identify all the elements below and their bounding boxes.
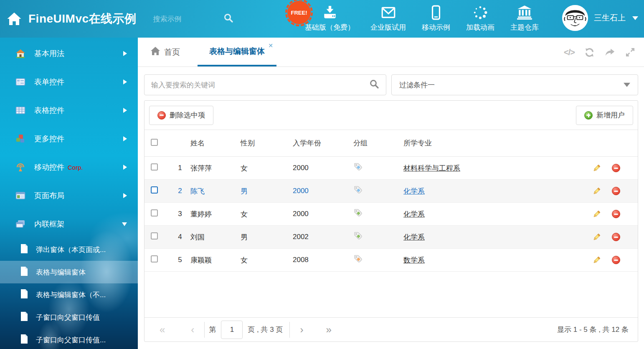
next-page-button[interactable]: › bbox=[294, 325, 309, 335]
sidebar-subitem-popup-window[interactable]: 弹出窗体（本页面或... bbox=[0, 238, 138, 261]
app-window: FineUIMvc在线示例 搜索示例 FREE! 基础版（免费） 企业版试用 bbox=[0, 0, 644, 349]
home-icon bbox=[150, 46, 160, 58]
nav-theme-store[interactable]: 主题仓库 bbox=[510, 4, 539, 32]
download-icon bbox=[322, 4, 338, 20]
home-icon[interactable] bbox=[7, 12, 22, 26]
pagination-bar: « ‹ 第 1 页 , 共 3 页 › » 显示 1 - 5 条 , 共 12 … bbox=[145, 317, 638, 341]
edit-icon[interactable] bbox=[592, 164, 601, 173]
sidebar-item-grid-controls[interactable]: 表格控件 bbox=[0, 96, 138, 125]
header-search[interactable]: 搜索示例 bbox=[153, 13, 233, 25]
delete-icon[interactable] bbox=[612, 164, 620, 172]
sidebar-subitem-child-to-parent[interactable]: 子窗口向父窗口传值 bbox=[0, 306, 138, 329]
cell-year: 2000 bbox=[293, 164, 353, 172]
sidebar-item-basic-usage[interactable]: 基本用法 bbox=[0, 39, 138, 68]
chevron-right-icon bbox=[123, 165, 127, 170]
form-icon bbox=[15, 77, 26, 87]
nav-mobile-examples[interactable]: 移动示例 bbox=[422, 4, 450, 32]
major-link[interactable]: 化学系 bbox=[403, 210, 425, 218]
app-header: FineUIMvc在线示例 搜索示例 FREE! 基础版（免费） 企业版试用 bbox=[0, 0, 644, 38]
table-icon bbox=[15, 105, 26, 115]
header-nav: 基础版（免费） 企业版试用 移动示例 加载动画 bbox=[305, 4, 539, 32]
select-all-checkbox[interactable] bbox=[151, 139, 158, 146]
row-checkbox[interactable] bbox=[151, 163, 158, 171]
column-header-group[interactable]: 分组 bbox=[353, 138, 403, 148]
row-checkbox[interactable] bbox=[151, 209, 158, 217]
add-user-button[interactable]: 新增用户 bbox=[576, 106, 633, 125]
nav-loading-animations[interactable]: 加载动画 bbox=[466, 4, 494, 32]
row-checkbox[interactable] bbox=[151, 232, 158, 239]
chevron-right-icon bbox=[123, 51, 127, 56]
delete-selected-button[interactable]: 删除选中项 bbox=[149, 106, 213, 125]
tag-icon bbox=[353, 254, 403, 266]
edit-icon[interactable] bbox=[592, 256, 601, 265]
prev-page-button[interactable]: ‹ bbox=[185, 325, 200, 335]
close-icon[interactable]: ✕ bbox=[268, 42, 273, 49]
table-row[interactable]: 1 张萍萍 女 2000 材料科学与工程系 bbox=[145, 157, 638, 180]
major-link[interactable]: 数学系 bbox=[403, 256, 425, 264]
sidebar-subitem-child-to-parent-2[interactable]: 子窗口向父窗口传值... bbox=[0, 329, 138, 349]
sidebar-subitem-grid-edit-window[interactable]: 表格与编辑窗体 bbox=[0, 261, 138, 283]
tag-icon bbox=[353, 162, 403, 174]
cell-name: 刘国 bbox=[190, 232, 241, 242]
row-number: 4 bbox=[170, 233, 190, 241]
edit-icon[interactable] bbox=[592, 210, 601, 219]
bank-icon bbox=[516, 4, 533, 20]
chevron-right-icon bbox=[123, 79, 127, 84]
column-header-major[interactable]: 所学专业 bbox=[403, 138, 583, 148]
major-link[interactable]: 材料科学与工程系 bbox=[403, 164, 460, 172]
sidebar-subitem-grid-edit-window-2[interactable]: 表格与编辑窗体（不... bbox=[0, 283, 138, 306]
column-header-name[interactable]: 姓名 bbox=[190, 138, 241, 148]
first-page-button[interactable]: « bbox=[154, 325, 171, 335]
major-link[interactable]: 化学系 bbox=[403, 233, 425, 241]
sidebar-item-more-controls[interactable]: 更多控件 bbox=[0, 125, 138, 153]
tab-grid-edit-window[interactable]: 表格与编辑窗体 ✕ bbox=[198, 38, 276, 66]
expand-icon[interactable] bbox=[625, 47, 636, 58]
nav-enterprise-trial[interactable]: 企业版试用 bbox=[370, 4, 406, 32]
page-number-input[interactable]: 1 bbox=[221, 321, 243, 339]
source-code-icon[interactable]: </> bbox=[564, 48, 575, 57]
main-content: 首页 表格与编辑窗体 ✕ </> 输入要搜索的关键词 bbox=[138, 38, 644, 349]
chevron-down-icon bbox=[122, 222, 127, 226]
cell-name: 张萍萍 bbox=[190, 163, 241, 173]
search-icon[interactable] bbox=[369, 79, 379, 91]
row-checkbox[interactable] bbox=[151, 186, 158, 194]
sidebar-item-page-layout[interactable]: 页面布局 bbox=[0, 181, 138, 210]
cell-gender: 女 bbox=[241, 209, 293, 219]
filter-dropdown[interactable]: 过滤条件一 bbox=[391, 74, 638, 95]
file-icon bbox=[20, 244, 28, 255]
edit-icon[interactable] bbox=[592, 233, 601, 242]
delete-icon[interactable] bbox=[612, 256, 620, 264]
sidebar-item-iframe[interactable]: 内联框架 bbox=[0, 210, 138, 238]
search-icon[interactable] bbox=[223, 13, 233, 25]
sidebar-item-form-controls[interactable]: 表单控件 bbox=[0, 68, 138, 96]
table-row[interactable]: 3 董婷婷 女 2000 化学系 bbox=[145, 203, 638, 226]
divider bbox=[289, 322, 290, 338]
grid-empty-area bbox=[145, 272, 638, 317]
chevron-right-icon bbox=[123, 193, 127, 198]
refresh-icon[interactable] bbox=[584, 47, 595, 58]
delete-icon[interactable] bbox=[612, 233, 620, 241]
column-header-gender[interactable]: 性别 bbox=[241, 138, 293, 148]
grid-panel: 删除选中项 新增用户 姓名 性别 入学年份 分组 所学专业 1 bbox=[144, 100, 638, 342]
table-row[interactable]: 4 刘国 男 2002 化学系 bbox=[145, 226, 638, 249]
major-link[interactable]: 化学系 bbox=[403, 187, 425, 195]
row-checkbox[interactable] bbox=[151, 255, 158, 262]
record-summary: 显示 1 - 5 条 , 共 12 条 bbox=[557, 325, 629, 334]
cubes-icon bbox=[15, 134, 26, 144]
open-new-window-icon[interactable] bbox=[604, 47, 616, 58]
nav-basic-edition[interactable]: 基础版（免费） bbox=[305, 4, 355, 32]
table-row[interactable]: 2 陈飞 男 2000 化学系 bbox=[145, 180, 638, 203]
keyword-search-input[interactable]: 输入要搜索的关键词 bbox=[144, 74, 386, 95]
sidebar-item-mobile-controls[interactable]: 移动控件 Corp. bbox=[0, 153, 138, 181]
last-page-button[interactable]: » bbox=[320, 325, 337, 335]
tab-actions: </> bbox=[564, 38, 636, 67]
cell-name: 陈飞 bbox=[190, 186, 241, 196]
delete-icon[interactable] bbox=[612, 187, 620, 195]
edit-icon[interactable] bbox=[592, 187, 601, 196]
user-menu[interactable]: 三生石上 bbox=[562, 5, 638, 31]
tab-home[interactable]: 首页 bbox=[150, 38, 180, 66]
frames-icon bbox=[15, 219, 26, 229]
delete-icon[interactable] bbox=[612, 210, 620, 218]
table-row[interactable]: 5 康颖颖 女 2008 数学系 bbox=[145, 249, 638, 272]
column-header-year[interactable]: 入学年份 bbox=[293, 138, 353, 148]
